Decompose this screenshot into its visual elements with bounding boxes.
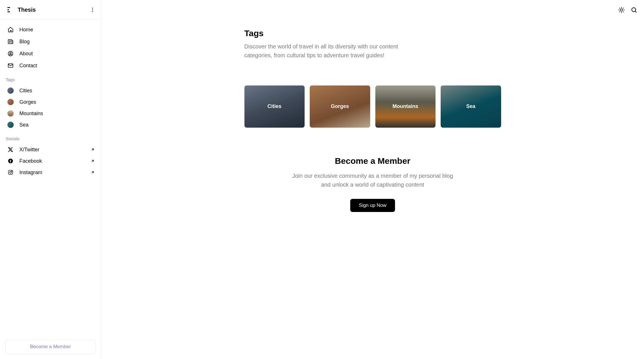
cta-text: Join our exclusive community as a member…: [287, 172, 458, 189]
external-link-icon: [91, 148, 95, 152]
card-label: Gorges: [331, 103, 349, 109]
tag-label: Gorges: [19, 99, 36, 105]
svg-point-6: [12, 171, 12, 172]
sun-icon: [618, 7, 625, 13]
logo-icon: [7, 7, 11, 12]
card-cities[interactable]: Cities: [244, 85, 305, 128]
nav-label: Home: [19, 27, 33, 33]
nav-item-contact[interactable]: Contact: [5, 60, 96, 72]
more-menu-button[interactable]: [89, 6, 96, 13]
tag-avatar: [7, 87, 14, 94]
tag-label: Cities: [19, 88, 32, 94]
tag-avatar: [7, 110, 14, 117]
main: Tags Discover the world of travel in all…: [101, 0, 644, 359]
card-label: Mountains: [392, 103, 418, 109]
search-button[interactable]: [630, 6, 638, 14]
card-gorges[interactable]: Gorges: [310, 85, 370, 128]
social-item-instagram[interactable]: Instagram: [5, 167, 96, 178]
tag-item-sea[interactable]: Sea: [5, 119, 96, 130]
facebook-icon: [7, 158, 14, 164]
tag-label: Mountains: [19, 111, 43, 117]
x-twitter-icon: [7, 146, 14, 153]
tag-item-cities[interactable]: Cities: [5, 85, 96, 96]
theme-toggle-button[interactable]: [618, 6, 625, 14]
nav-label: Blog: [19, 39, 30, 45]
card-mountains[interactable]: Mountains: [375, 85, 436, 128]
page-title: Tags: [244, 28, 501, 38]
topbar: [618, 0, 644, 14]
instagram-icon: [7, 169, 14, 176]
sidebar-header: Thesis: [0, 0, 101, 20]
svg-point-5: [10, 172, 12, 174]
cta-section: Become a Member Join our exclusive commu…: [244, 156, 501, 212]
social-label: Instagram: [19, 170, 42, 176]
tag-item-gorges[interactable]: Gorges: [5, 96, 96, 108]
nav-item-about[interactable]: About: [5, 48, 96, 60]
nav-label: About: [19, 51, 33, 57]
tag-cards: Cities Gorges Mountains Sea: [244, 85, 501, 128]
social-item-facebook[interactable]: Facebook: [5, 155, 96, 167]
tags-section-label: Tags: [5, 72, 96, 85]
newspaper-icon: [7, 38, 14, 45]
nav-label: Contact: [19, 63, 37, 69]
tag-avatar: [7, 122, 14, 128]
mail-icon: [7, 62, 14, 69]
user-circle-icon: [7, 50, 14, 57]
nav-list: Home Blog About Contact: [5, 24, 96, 72]
external-link-icon: [91, 170, 95, 174]
social-label: X/Twitter: [19, 147, 39, 153]
site-title: Thesis: [18, 7, 36, 13]
tag-list: Cities Gorges Mountains Sea: [5, 85, 96, 130]
tag-item-mountains[interactable]: Mountains: [5, 108, 96, 119]
tag-avatar: [7, 99, 14, 105]
card-label: Sea: [466, 103, 475, 109]
social-item-twitter[interactable]: X/Twitter: [5, 144, 96, 155]
social-label: Facebook: [19, 158, 42, 164]
socials-section-label: Socials: [5, 130, 96, 144]
content: Tags Discover the world of travel in all…: [242, 0, 504, 229]
external-link-icon: [91, 159, 95, 163]
page-subtitle: Discover the world of travel in all its …: [244, 42, 427, 60]
svg-point-2: [10, 52, 11, 54]
logo-block[interactable]: Thesis: [7, 7, 36, 13]
nav-item-home[interactable]: Home: [5, 24, 96, 36]
become-member-button[interactable]: Become a Member: [5, 340, 96, 354]
svg-point-7: [620, 9, 623, 11]
social-list: X/Twitter Facebook Instagram: [5, 144, 96, 178]
nav-item-blog[interactable]: Blog: [5, 36, 96, 48]
card-sea[interactable]: Sea: [441, 85, 501, 128]
cta-title: Become a Member: [244, 156, 501, 166]
sidebar-footer: Become a Member: [5, 334, 96, 359]
search-icon: [631, 7, 637, 13]
tag-label: Sea: [19, 122, 29, 128]
sidebar: Thesis Home Blog About Contact: [0, 0, 101, 359]
signup-button[interactable]: Sign up Now: [350, 199, 395, 212]
home-icon: [7, 26, 14, 33]
card-label: Cities: [268, 103, 282, 109]
